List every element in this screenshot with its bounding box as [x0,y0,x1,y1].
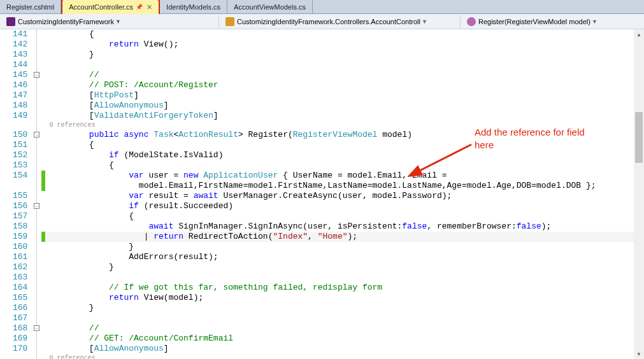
fold-toggle[interactable]: - [34,72,39,78]
chevron-down-icon: ▼ [115,18,121,25]
codelens-references[interactable]: 0 references [45,121,644,130]
scroll-thumb[interactable] [635,112,643,163]
codelens-references[interactable]: 0 references [45,354,644,359]
code-line[interactable]: [AllowAnonymous] [45,344,644,354]
fold-toggle[interactable]: - [34,203,39,209]
code-line[interactable]: } [45,262,644,272]
method-icon [467,17,476,26]
code-line[interactable]: if (ModelState.IsValid) [45,150,644,160]
code-line[interactable]: } [45,50,644,60]
tab-account-view-models[interactable]: AccountViewModels.cs [227,0,313,14]
code-line[interactable]: return View(); [45,39,644,50]
chevron-down-icon: ▼ [422,18,427,25]
fold-column: ---- [32,29,41,359]
code-line[interactable]: // [45,323,644,334]
nav-project[interactable]: CustomizingIdentityFramework ▼ [3,15,219,28]
code-line[interactable]: { [45,140,644,150]
nav-member[interactable]: Register(RegisterViewModel model) ▼ [463,15,641,28]
tab-register-cshtml[interactable]: Register.cshtml [0,0,61,14]
csharp-project-icon [6,17,15,26]
tab-account-controller[interactable]: AccountController.cs 📌 ✕ [61,0,160,14]
code-line[interactable]: return View(model); [45,293,644,303]
nav-class[interactable]: CustomizingIdentityFramework.Controllers… [222,15,461,28]
code-line[interactable]: // If we got this far, something failed,… [45,283,644,293]
code-line[interactable]: if (result.Succeeded) [45,201,644,211]
line-numbers: 1411421431441451461471481491501511521531… [0,29,32,359]
code-line[interactable]: await SignInManager.SignInAsync(user, is… [45,222,644,232]
code-line[interactable] [45,272,644,283]
code-editor[interactable]: 1411421431441451461471481491501511521531… [0,29,644,359]
class-icon [225,17,234,26]
code-line[interactable]: } [45,242,644,252]
nav-class-label: CustomizingIdentityFramework.Controllers… [237,18,420,25]
code-line[interactable]: var result = await UserManager.CreateAsy… [45,191,644,201]
code-line[interactable]: } [45,303,644,313]
code-line[interactable]: // POST: /Account/Register [45,80,644,90]
code-line[interactable] [45,60,644,70]
code-line[interactable]: AddErrors(result); [45,252,644,262]
code-line[interactable]: [ValidateAntiForgeryToken] [45,111,644,121]
gutter: 1411421431441451461471481491501511521531… [0,29,45,359]
close-icon[interactable]: ✕ [147,3,152,11]
code-line[interactable]: var user = new ApplicationUser { UserNam… [45,171,644,181]
code-line[interactable]: { [45,29,644,39]
chevron-down-icon: ▼ [592,18,597,25]
code-line[interactable]: model.Email,FirstName=model.FirstName,La… [45,181,644,191]
code-line[interactable]: { [45,160,644,171]
code-area[interactable]: { return View(); } // // POST: /Account/… [45,29,644,359]
tab-strip: Register.cshtml AccountController.cs 📌 ✕… [0,0,644,14]
vertical-scrollbar[interactable]: ▲ ▼ [634,29,644,359]
pin-icon[interactable]: 📌 [136,4,143,10]
code-line[interactable] [45,313,644,323]
scroll-up-button[interactable]: ▲ [634,29,644,39]
code-line[interactable]: public async Task<ActionResult> Register… [45,130,644,140]
code-line[interactable]: // [45,70,644,80]
nav-member-label: Register(RegisterViewModel model) [478,18,590,25]
nav-project-label: CustomizingIdentityFramework [18,18,114,25]
scroll-down-button[interactable]: ▼ [634,349,644,359]
code-line[interactable]: [AllowAnonymous] [45,101,644,111]
fold-toggle[interactable]: - [34,132,39,137]
code-line[interactable]: [HttpPost] [45,90,644,101]
code-line[interactable]: // GET: /Account/ConfirmEmail [45,334,644,344]
code-line[interactable]: | return RedirectToAction("Index", "Home… [45,232,644,242]
code-line[interactable]: { [45,211,644,222]
navigation-bar: CustomizingIdentityFramework ▼ Customizi… [0,14,644,29]
fold-toggle[interactable]: - [34,325,39,331]
tab-identity-models[interactable]: IdentityModels.cs [160,0,227,14]
